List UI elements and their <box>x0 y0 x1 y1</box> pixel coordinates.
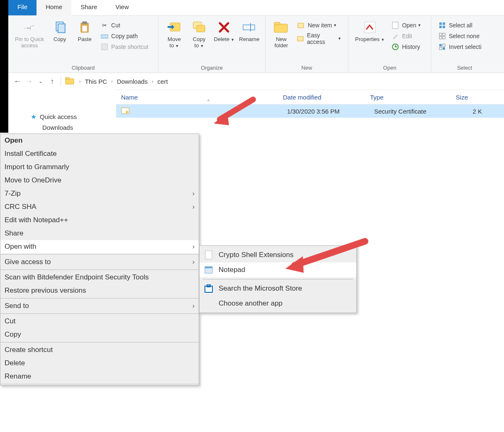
paste-icon <box>76 19 93 36</box>
chevron-right-icon: › <box>192 203 195 211</box>
copy-icon <box>51 19 68 36</box>
breadcrumb-cert[interactable]: cert <box>156 78 170 85</box>
copy-to-button[interactable]: Copy to▼ <box>187 17 211 51</box>
ctx-send-to[interactable]: Send to› <box>0 299 199 313</box>
navigation-pane: ★Quick access Downloads <box>8 107 115 137</box>
select-none-button[interactable]: Select none <box>436 31 483 41</box>
new-item-button[interactable]: New item▼ <box>295 20 343 31</box>
group-label-new: New <box>269 64 345 72</box>
svg-rect-31 <box>66 79 74 84</box>
group-label-clipboard: Clipboard <box>12 64 155 72</box>
black-strip <box>0 0 8 133</box>
ctx-share[interactable]: Share <box>0 227 199 240</box>
svg-rect-27 <box>439 44 442 46</box>
move-to-icon <box>166 19 183 36</box>
annotation-arrow-icon <box>278 235 369 277</box>
paste-shortcut-button[interactable]: Paste shortcut <box>99 41 150 52</box>
annotation-arrow-icon <box>207 95 257 129</box>
new-item-icon <box>297 21 305 29</box>
nav-recent-button[interactable]: ⌄ <box>35 78 46 84</box>
svg-rect-5 <box>101 35 108 38</box>
move-to-button[interactable]: Move to▼ <box>163 17 186 51</box>
sidebar-downloads[interactable]: Downloads <box>14 122 110 133</box>
chevron-right-icon: › <box>192 302 195 310</box>
svg-rect-24 <box>443 33 445 36</box>
new-folder-button[interactable]: New folder <box>270 17 293 51</box>
chevron-right-icon[interactable]: › <box>109 79 115 84</box>
copy-button[interactable]: Copy <box>48 17 71 44</box>
breadcrumb-this-pc[interactable]: This PC <box>83 78 109 85</box>
paste-button[interactable]: Paste <box>73 17 96 44</box>
certificate-icon <box>121 107 130 115</box>
tab-share[interactable]: Share <box>71 0 106 15</box>
nav-forward-button[interactable]: → <box>23 77 35 86</box>
document-icon <box>204 250 214 260</box>
ctx-rename[interactable]: Rename <box>0 370 199 383</box>
tab-file[interactable]: File <box>8 0 37 15</box>
svg-rect-32 <box>66 78 69 79</box>
easy-access-button[interactable]: Easy access▼ <box>295 31 343 46</box>
cut-button[interactable]: ✂Cut <box>99 20 150 31</box>
ctx-restore-versions[interactable]: Restore previous versions <box>0 284 199 297</box>
ctx-install-certificate[interactable]: Install Certificate <box>0 147 199 160</box>
column-date-modified[interactable]: Date modified <box>278 94 365 101</box>
svg-rect-25 <box>439 36 442 39</box>
column-size[interactable]: Size <box>440 94 473 101</box>
notepad-icon <box>204 265 214 275</box>
select-none-icon <box>438 32 446 40</box>
ctx-copy[interactable]: Copy <box>0 328 199 341</box>
nav-back-button[interactable]: ← <box>12 77 23 86</box>
select-all-button[interactable]: Select all <box>436 20 483 31</box>
edit-button[interactable]: Edit <box>390 31 423 41</box>
invert-selection-button[interactable]: Invert selecti <box>436 41 483 52</box>
chevron-right-icon: › <box>192 243 195 250</box>
delete-button[interactable]: Delete▼ <box>212 17 236 44</box>
ctx-7zip[interactable]: 7-Zip› <box>0 187 199 200</box>
column-headers: Name Date modified Type Size <box>116 90 504 104</box>
open-button[interactable]: Open▼ <box>390 20 423 31</box>
ctx-cut[interactable]: Cut <box>0 315 199 328</box>
svg-rect-22 <box>443 26 445 28</box>
history-button[interactable]: History <box>390 41 423 52</box>
ctx-scan-bitdefender[interactable]: Scan with Bitdefender Endpoint Security … <box>0 271 199 284</box>
svg-rect-37 <box>205 267 212 268</box>
chevron-right-icon: › <box>192 258 195 266</box>
ctx-open[interactable]: Open <box>0 134 199 147</box>
pin-to-quick-access-button[interactable]: Pin to Quick access <box>12 17 46 51</box>
svg-rect-12 <box>274 24 287 32</box>
nav-up-button[interactable]: ↑ <box>46 77 58 86</box>
rename-icon <box>241 19 258 36</box>
chevron-right-icon[interactable]: › <box>149 79 156 84</box>
column-type[interactable]: Type <box>365 94 440 101</box>
ctx-give-access-to[interactable]: Give access to› <box>0 255 199 269</box>
file-row-selected[interactable]: 1/30/2020 3:56 PM Security Certificate 2… <box>116 104 504 118</box>
edit-icon <box>391 32 399 40</box>
tab-home[interactable]: Home <box>37 0 71 16</box>
ctx-open-with[interactable]: Open with› <box>0 240 199 253</box>
svg-rect-30 <box>443 47 445 50</box>
rename-button[interactable]: Rename <box>238 17 261 44</box>
ctx-edit-notepadpp[interactable]: Edit with Notepad++ <box>0 214 199 227</box>
ctx-delete[interactable]: Delete <box>0 357 199 370</box>
breadcrumb-downloads[interactable]: Downloads <box>115 78 149 85</box>
ribbon: Pin to Quick access Copy Paste ✂Cut Copy… <box>8 16 504 73</box>
pin-icon <box>21 19 38 36</box>
submenu-search-store[interactable]: Search the Microsoft Store <box>200 281 356 296</box>
chevron-right-icon[interactable]: › <box>77 79 83 84</box>
paste-shortcut-icon <box>100 43 109 51</box>
file-date: 1/30/2020 3:56 PM <box>287 108 374 115</box>
ctx-move-to-onedrive[interactable]: Move to OneDrive <box>0 174 199 187</box>
svg-rect-10 <box>243 25 255 30</box>
tab-view[interactable]: View <box>106 0 138 15</box>
ctx-create-shortcut[interactable]: Create shortcut <box>0 343 199 357</box>
copy-path-button[interactable]: Copy path <box>99 31 150 41</box>
history-icon <box>391 43 399 51</box>
sidebar-quick-access[interactable]: ★Quick access <box>14 111 110 122</box>
group-label-organize: Organize <box>162 64 262 72</box>
separator <box>0 384 199 384</box>
ctx-crc-sha[interactable]: CRC SHA› <box>0 200 199 214</box>
copy-to-icon <box>191 19 207 36</box>
properties-button[interactable]: Properties▼ <box>353 17 387 44</box>
submenu-choose-another[interactable]: Choose another app <box>200 296 356 311</box>
ctx-import-grammarly[interactable]: Import to Grammarly <box>0 160 199 174</box>
